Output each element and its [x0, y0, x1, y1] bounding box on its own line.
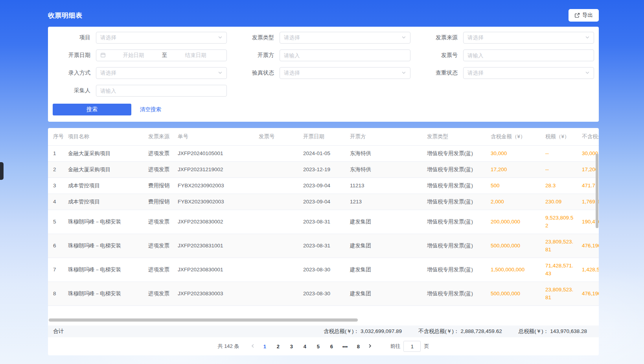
table-cell: 9,523,809.52 — [543, 210, 580, 234]
table-cell: 2023-08-31 — [301, 234, 348, 258]
filter-actions: 搜索 清空搜索 — [53, 104, 594, 115]
table-row[interactable]: 4成本管控项目费用报销FYBX202309020032023-09-041213… — [48, 194, 599, 210]
table-cell: 2023-09-04 — [301, 178, 348, 194]
filter-invoice-source: 发票来源 请选择 — [420, 32, 594, 44]
table-cell: 1 — [48, 146, 66, 162]
chevron-down-icon — [218, 35, 223, 41]
column-header-date: 开票日期 — [301, 128, 348, 146]
entry-method-select[interactable]: 请选择 — [96, 67, 227, 79]
table-cell: -- — [543, 146, 580, 162]
table-header-row: 序号 项目名称 发票来源 单号 发票号 开票日期 开票方 发票类型 含税金额（¥… — [48, 128, 599, 146]
pager-page-button[interactable]: 2 — [272, 341, 284, 352]
issuer-input[interactable] — [280, 49, 410, 61]
summary-amount-incl-tax: 含税总额(￥)：3,032,699,097.89 — [324, 328, 402, 335]
table-cell: 金融大厦采购项目 — [66, 146, 146, 162]
table-cell: 珠穆朗玛峰－电梯安装 — [66, 234, 146, 258]
table-row[interactable]: 1金融大厦采购项目进项发票JXFP202401050012024-01-05东海… — [48, 146, 599, 162]
table-cell: 增值税专用发票(蓝) — [425, 234, 488, 258]
filter-invoice-type: 发票类型 请选择 — [236, 32, 410, 44]
column-header-amount-excl-tax: 不含税金额（¥） — [580, 128, 599, 146]
pager-next-button[interactable] — [365, 341, 375, 352]
topbar: 收票明细表 导出 — [48, 0, 599, 27]
table-cell: 1,500,000,000 — [488, 258, 543, 282]
table-cell: 2 — [48, 162, 66, 178]
goto-label: 前往 — [390, 343, 400, 350]
project-select[interactable]: 请选择 — [96, 32, 227, 44]
table-cell: JXFP20230830002 — [175, 210, 256, 234]
table-cell: 金融大厦采购项目 — [66, 162, 146, 178]
table-cell: 7 — [48, 258, 66, 282]
pager-pages: 123456•••8 — [258, 341, 365, 352]
table-cell: 2,000 — [488, 194, 543, 210]
clear-search-link[interactable]: 清空搜索 — [140, 106, 161, 113]
pager-page-button[interactable]: 1 — [259, 341, 270, 352]
verify-status-select[interactable]: 请选择 — [280, 67, 410, 79]
table-cell: FYBX20230902003 — [175, 178, 256, 194]
table-cell: 增值税专用发票(蓝) — [425, 258, 488, 282]
pager-page-button[interactable]: 3 — [285, 341, 297, 352]
table-row[interactable]: 5珠穆朗玛峰－电梯安装进项发票JXFP202308300022023-08-31… — [48, 210, 599, 234]
table-cell: JXFP20230830003 — [175, 282, 256, 306]
pager-prev-button[interactable] — [248, 341, 258, 352]
pager-more-button[interactable]: ••• — [339, 341, 351, 352]
table-cell: 1,428,571,428.57 — [580, 258, 599, 282]
filter-invoice-no: 发票号 — [420, 49, 594, 61]
table-row[interactable]: 8珠穆朗玛峰－电梯安装进项发票JXFP202308300032023-08-30… — [48, 282, 599, 306]
table-cell: 进项发票 — [146, 282, 175, 306]
table-row[interactable]: 6珠穆朗玛峰－电梯安装进项发票JXFP202308310012023-08-31… — [48, 234, 599, 258]
goto-page-input[interactable] — [403, 341, 421, 352]
vertical-scrollbar-thumb[interactable] — [596, 154, 598, 228]
filter-entry-method: 录入方式 请选择 — [53, 67, 227, 79]
table-row[interactable]: 3成本管控项目费用报销FYBX202309020032023-09-041121… — [48, 178, 599, 194]
table-cell — [256, 234, 301, 258]
table-cell: 成本管控项目 — [66, 178, 146, 194]
table-cell: 2023-12-19 — [301, 162, 348, 178]
table-cell: 5 — [48, 210, 66, 234]
table-row[interactable]: 7珠穆朗玛峰－电梯安装进项发票JXFP202308300012023-08-30… — [48, 258, 599, 282]
filter-panel: 项目 请选择 发票类型 请选择 发票来源 — [48, 27, 599, 122]
table-cell: 1213 — [348, 194, 425, 210]
table-cell: 476,190,476.19 — [580, 234, 599, 258]
table-cell — [256, 282, 301, 306]
table-row[interactable]: 2金融大厦采购项目进项发票JXFP202312190022023-12-19东海… — [48, 162, 599, 178]
export-icon — [574, 13, 580, 18]
table-cell: FYBX20230902003 — [175, 194, 256, 210]
column-header-source: 发票来源 — [146, 128, 175, 146]
invoice-date-range-picker[interactable]: 开始日期 至 结束日期 — [96, 49, 227, 61]
start-date-placeholder[interactable]: 开始日期 — [107, 52, 160, 59]
invoice-source-select[interactable]: 请选择 — [463, 32, 594, 44]
table-scroll-area: 序号 项目名称 发票来源 单号 发票号 开票日期 开票方 发票类型 含税金额（¥… — [48, 128, 599, 306]
side-drawer-handle[interactable] — [0, 162, 4, 180]
export-button[interactable]: 导出 — [569, 9, 599, 22]
column-header-project: 项目名称 — [66, 128, 146, 146]
table-cell: JXFP20240105001 — [175, 146, 256, 162]
dup-check-status-select[interactable]: 请选择 — [463, 67, 594, 79]
chevron-down-icon — [218, 70, 223, 76]
table-cell: 30,000 — [488, 146, 543, 162]
filter-project: 项目 请选择 — [53, 32, 227, 44]
pager-page-button[interactable]: 5 — [312, 341, 324, 352]
pager-page-button[interactable]: 8 — [352, 341, 364, 352]
table-cell: 东海特供 — [348, 162, 425, 178]
table-cell: 增值税专用发票(蓝) — [425, 146, 488, 162]
column-header-seq: 序号 — [48, 128, 66, 146]
table-cell: JXFP20231219002 — [175, 162, 256, 178]
table-cell: 2023-09-04 — [301, 194, 348, 210]
invoice-no-input[interactable] — [463, 49, 594, 61]
invoice-type-select[interactable]: 请选择 — [280, 32, 410, 44]
table-cell: 11213 — [348, 178, 425, 194]
pager-page-button[interactable]: 6 — [326, 341, 337, 352]
table-cell — [256, 210, 301, 234]
page-title: 收票明细表 — [48, 11, 83, 20]
column-header-type: 发票类型 — [425, 128, 488, 146]
collector-input[interactable] — [96, 85, 227, 97]
pager-page-button[interactable]: 4 — [299, 341, 311, 352]
end-date-placeholder[interactable]: 结束日期 — [169, 52, 223, 59]
search-button[interactable]: 搜索 — [53, 104, 131, 115]
table-cell: 增值税专用发票(蓝) — [425, 194, 488, 210]
column-header-invoice-no: 发票号 — [256, 128, 301, 146]
filter-collector: 采集人 — [53, 85, 227, 97]
horizontal-scrollbar-thumb[interactable] — [49, 318, 358, 322]
horizontal-scrollbar-track — [48, 306, 599, 326]
summary-row: 合计 含税总额(￥)：3,032,699,097.89 不含税总额(￥)：2,8… — [48, 326, 599, 337]
